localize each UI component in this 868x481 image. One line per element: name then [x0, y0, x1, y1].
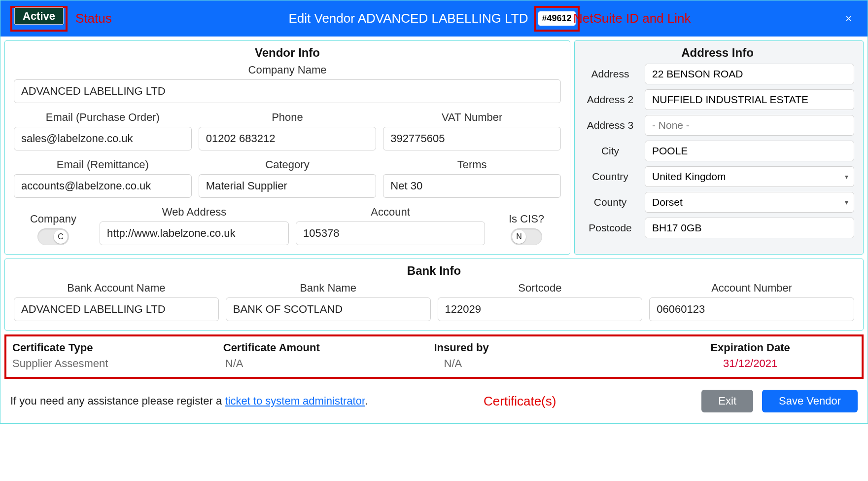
close-icon[interactable]: × — [839, 12, 858, 25]
modal-title: Edit Vendor ADVANCED LABELLING LTD — [288, 11, 528, 26]
annotation-status: Status — [75, 11, 112, 26]
postcode-label: Postcode — [581, 222, 640, 234]
address-input[interactable] — [645, 64, 854, 84]
cis-toggle[interactable]: N — [511, 228, 542, 245]
cert-insured-header: Insured by — [434, 341, 645, 354]
account-label: Account — [296, 206, 485, 219]
cert-type-value: Supplier Assesment — [12, 357, 223, 370]
status-badge: Active — [14, 7, 64, 25]
country-label: Country — [581, 171, 640, 183]
assist-text: If you need any assistance please regist… — [10, 395, 368, 407]
terms-label: Terms — [383, 158, 561, 171]
footer: If you need any assistance please regist… — [0, 383, 868, 423]
cis-toggle-knob: N — [512, 230, 526, 244]
address2-label: Address 2 — [581, 94, 640, 106]
address-info-panel: Address Info Address Address 2 Address 3… — [574, 40, 864, 255]
modal-header: Active Status Edit Vendor ADVANCED LABEL… — [0, 0, 868, 37]
bank-name-input[interactable] — [226, 297, 431, 321]
account-number-input[interactable] — [649, 297, 854, 321]
company-name-input[interactable] — [14, 79, 561, 103]
web-label: Web Address — [100, 206, 289, 219]
id-annotation-box: #49612 — [534, 6, 579, 32]
vendor-info-panel: Vendor Info Company Name Email (Purchase… — [4, 40, 570, 255]
annotation-netsuite: NetSuite ID and Link — [573, 11, 691, 26]
bank-info-panel: Bank Info Bank Account Name Bank Name So… — [4, 259, 864, 331]
bank-account-name-input[interactable] — [14, 297, 219, 321]
address-label: Address — [581, 68, 640, 80]
city-input[interactable] — [645, 141, 854, 161]
cert-type-header: Certificate Type — [12, 341, 223, 354]
company-toggle[interactable]: C — [37, 228, 69, 245]
account-input[interactable] — [296, 222, 485, 245]
phone-input[interactable] — [199, 127, 377, 150]
bank-name-label: Bank Name — [226, 282, 431, 295]
vendor-info-title: Vendor Info — [14, 46, 561, 60]
county-select[interactable] — [645, 192, 854, 213]
company-name-label: Company Name — [14, 64, 561, 76]
cert-insured-value: N/A — [434, 357, 645, 370]
address3-input[interactable] — [645, 115, 854, 136]
bank-account-name-label: Bank Account Name — [14, 282, 219, 295]
city-label: City — [581, 145, 640, 157]
vat-input[interactable] — [383, 127, 561, 150]
cert-amount-value: N/A — [223, 357, 434, 370]
category-label: Category — [199, 158, 377, 171]
cis-label: Is CIS? — [492, 213, 561, 225]
exit-button[interactable]: Exit — [701, 390, 753, 412]
terms-input[interactable] — [383, 174, 561, 198]
annotation-certificates: Certificate(s) — [347, 394, 693, 409]
email-remit-label: Email (Remittance) — [14, 158, 192, 171]
address2-input[interactable] — [645, 89, 854, 110]
email-po-input[interactable] — [14, 127, 192, 150]
company-toggle-label: Company — [14, 213, 93, 225]
sortcode-label: Sortcode — [438, 282, 643, 295]
assist-link[interactable]: ticket to system administrator — [225, 395, 365, 407]
sortcode-input[interactable] — [438, 297, 643, 321]
email-po-label: Email (Purchase Order) — [14, 111, 192, 124]
postcode-input[interactable] — [645, 218, 854, 238]
category-input[interactable] — [199, 174, 377, 198]
status-annotation-box: Active — [10, 6, 68, 32]
country-select[interactable] — [645, 166, 854, 187]
vat-label: VAT Number — [383, 111, 561, 124]
modal-title-wrap: Edit Vendor ADVANCED LABELLING LTD #4961… — [288, 6, 579, 32]
netsuite-id-link[interactable]: #49612 — [538, 11, 575, 26]
cert-amount-header: Certificate Amount — [223, 341, 434, 354]
phone-label: Phone — [199, 111, 377, 124]
county-label: County — [581, 196, 640, 208]
address-info-title: Address Info — [581, 46, 854, 60]
cert-expiration-header: Expiration Date — [645, 341, 856, 354]
cert-expiration-value: 31/12/2021 — [645, 357, 856, 370]
certificates-table: Certificate Type Supplier Assesment Cert… — [4, 334, 864, 379]
account-number-label: Account Number — [649, 282, 854, 295]
address3-label: Address 3 — [581, 119, 640, 131]
bank-info-title: Bank Info — [14, 264, 854, 278]
assist-prefix: If you need any assistance please regist… — [10, 395, 225, 407]
web-input[interactable] — [100, 222, 289, 245]
company-toggle-knob: C — [54, 230, 68, 244]
email-remit-input[interactable] — [14, 174, 192, 198]
save-vendor-button[interactable]: Save Vendor — [762, 390, 858, 412]
